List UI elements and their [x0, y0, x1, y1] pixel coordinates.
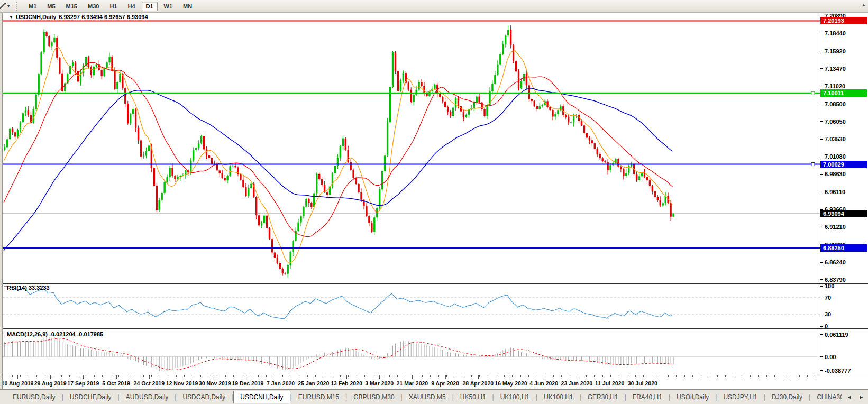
time-axis-tick: [668, 375, 669, 377]
timeframe-button-mn[interactable]: MN: [179, 2, 196, 11]
time-axis-tick: [717, 375, 718, 377]
chart-tab-ger30-h1[interactable]: GER30,H1: [581, 391, 625, 403]
time-axis-tick: [340, 375, 341, 377]
time-axis-tick: [248, 375, 248, 379]
level-price-badge: 7.00029: [820, 161, 867, 168]
level-price-badge: 7.10011: [820, 89, 867, 97]
rsi-label: RSI(14) 33.3233: [7, 284, 50, 291]
date-label: 3 Mar 2020: [365, 380, 394, 387]
candlestick-chart: [3, 13, 820, 282]
chart-tab-audusd-daily[interactable]: AUDUSD,Daily: [120, 391, 175, 403]
tab-scroll-buttons: ◄ ►: [842, 390, 868, 404]
macd-axis-tick: -0.038777: [820, 368, 851, 374]
timeframe-button-w1[interactable]: W1: [160, 2, 177, 11]
timeframe-buttons: M1M5M15M30H1H4D1W1MN: [23, 2, 197, 11]
chart-tab-gbpusd-m30[interactable]: GBPUSD,M30: [347, 391, 400, 403]
time-axis-tick: [537, 375, 537, 377]
time-axis-tick: [389, 375, 390, 377]
toolbar-overflow-icon[interactable]: ▴: [863, 2, 865, 7]
time-axis-tick: [422, 375, 423, 377]
time-axis-tick: [684, 375, 685, 377]
rsi-axis-tick: 100: [820, 284, 834, 289]
time-axis-tick: [570, 375, 570, 377]
time-axis-tick: [774, 375, 775, 377]
crosshair-tool-icon[interactable]: [0, 2, 6, 11]
time-axis-tick: [200, 375, 201, 377]
timeframe-button-d1[interactable]: D1: [142, 2, 158, 11]
time-axis-tick: [17, 375, 18, 379]
timeframe-button-h4[interactable]: H4: [123, 2, 139, 11]
time-axis-tick: [692, 375, 693, 377]
time-axis-tick: [53, 375, 53, 377]
time-axis-tick: [111, 375, 111, 377]
date-label: 12 Nov 2019: [166, 380, 198, 387]
tab-scroll-left-icon[interactable]: ◄: [847, 394, 852, 400]
time-axis-tick: [282, 375, 283, 377]
price-axis-tick: 6.83790: [820, 277, 846, 282]
chart-tab-uk100-h1[interactable]: UK100,H1: [494, 391, 536, 403]
time-axis-tick: [496, 375, 496, 377]
time-axis-tick: [215, 375, 215, 379]
date-label: 30 Jul 2020: [628, 380, 657, 387]
tool-dropdown-caret-icon[interactable]: ▾: [7, 4, 10, 8]
timeframe-button-h1[interactable]: H1: [105, 2, 121, 11]
rsi-plot[interactable]: RSI(14) 33.3233: [3, 284, 820, 328]
timeframe-button-m30[interactable]: M30: [84, 2, 103, 11]
price-axis-tick: 7.11020: [820, 83, 845, 89]
trading-terminal: ▾ M1M5M15M30H1H4D1W1MN ▴ ▼ USDCNH,Daily …: [0, 0, 868, 404]
time-axis-tick: [217, 375, 217, 377]
time-axis[interactable]: 10 Aug 201929 Aug 201917 Sep 20195 Oct 2…: [3, 375, 868, 389]
time-axis-tick: [412, 375, 413, 379]
macd-axis-tick: 0.00: [820, 354, 836, 360]
chart-tab-usdjpy-h1[interactable]: USDJPY,H1: [717, 391, 763, 403]
time-axis-tick: [364, 375, 365, 377]
chart-tab-usdchf-daily[interactable]: USDCHF,Daily: [63, 391, 118, 403]
chart-tab-fra40-h1[interactable]: FRA40,H1: [626, 391, 669, 403]
chart-tab-usdcnh-daily[interactable]: USDCNH,Daily: [233, 391, 290, 403]
timeframe-button-m5[interactable]: M5: [43, 2, 59, 11]
chart-tab-usdcad-daily[interactable]: USDCAD,Daily: [176, 391, 232, 403]
time-axis-tick: [725, 375, 726, 377]
macd-axis[interactable]: 0.0611190.00-0.038777: [820, 330, 868, 375]
rsi-axis-tick: 30: [820, 311, 831, 317]
current-price-badge: 6.93094: [820, 210, 867, 217]
time-axis-tick: [643, 375, 643, 379]
timeframe-button-m1[interactable]: M1: [24, 2, 41, 11]
date-label: 10 Aug 2019: [3, 380, 33, 387]
timeframe-button-m15[interactable]: M15: [62, 2, 81, 11]
time-axis-tick: [610, 375, 611, 377]
date-label: 5 Oct 2019: [102, 380, 130, 387]
time-axis-tick: [709, 375, 709, 377]
chart-tab-xauusd-m5[interactable]: XAUUSD,M5: [403, 391, 452, 403]
collapse-icon[interactable]: ▼: [9, 15, 13, 20]
price-axis-tick: 6.96110: [820, 189, 845, 195]
rsi-indicator-panel: RSI(14) 33.3233 10070300: [3, 284, 868, 328]
price-chart-plot[interactable]: ▼ USDCNH,Daily 6.93297 6.93494 6.92657 6…: [3, 13, 820, 282]
time-axis-tick: [750, 375, 751, 377]
time-axis-tick: [348, 375, 349, 377]
date-label: 28 Apr 2020: [463, 380, 494, 387]
chart-tab-dj30-daily[interactable]: DJ30,Daily: [765, 391, 809, 403]
chart-tab-usoil-daily[interactable]: USOil,Daily: [670, 391, 715, 403]
tab-scroll-right-icon[interactable]: ►: [859, 394, 864, 400]
time-axis-tick: [357, 375, 357, 377]
chart-tab-eurusd-daily[interactable]: EURUSD,Daily: [6, 391, 62, 403]
time-axis-tick: [594, 375, 595, 377]
date-label: 19 Dec 2019: [232, 380, 263, 387]
time-axis-tick: [446, 375, 447, 377]
time-axis-tick: [299, 375, 299, 377]
rsi-axis[interactable]: 10070300: [820, 284, 868, 328]
time-axis-tick: [783, 375, 783, 377]
time-axis-tick: [143, 375, 144, 377]
time-axis-tick: [233, 375, 234, 377]
price-axis[interactable]: 7.208907.184407.159207.134707.110207.085…: [820, 13, 868, 282]
time-axis-tick: [766, 375, 767, 377]
chart-tab-eurusd-m15[interactable]: EURUSD,M15: [292, 391, 345, 403]
time-axis-tick: [512, 375, 513, 377]
chart-tab-uk100-h1[interactable]: UK100,H1: [537, 391, 579, 403]
macd-plot[interactable]: MACD(12,26,9) -0.021204 -0.017985: [3, 330, 820, 375]
time-axis-tick: [324, 375, 324, 377]
chart-tab-hk50-h1[interactable]: HK50,H1: [454, 391, 492, 403]
time-axis-tick: [250, 375, 250, 377]
time-axis-tick: [36, 375, 37, 377]
